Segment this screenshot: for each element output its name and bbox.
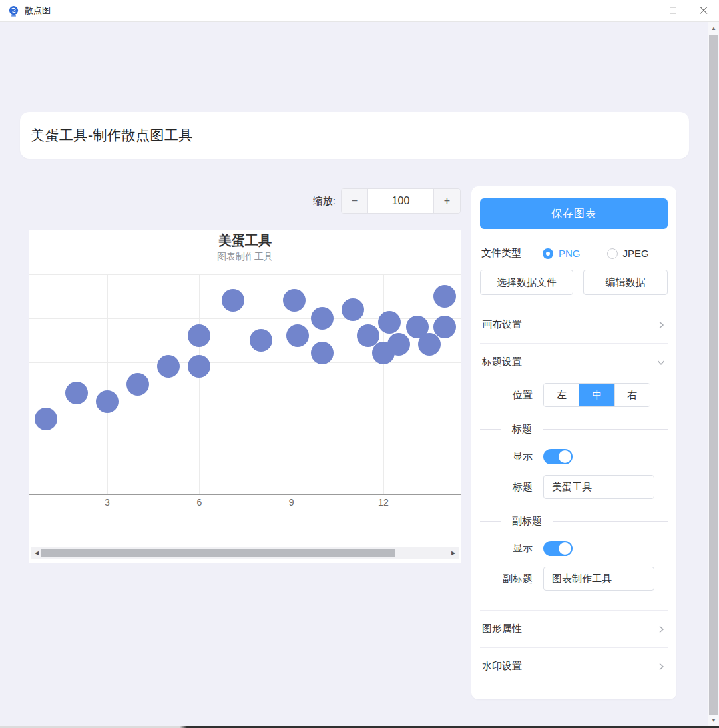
scatter-point xyxy=(250,329,272,352)
zoom-label: 缩放: xyxy=(313,195,336,208)
gridline-vertical xyxy=(107,274,108,494)
gridline-horizontal xyxy=(29,406,461,406)
scatter-point xyxy=(378,311,401,334)
gridline-horizontal xyxy=(29,450,461,450)
graphic-properties-label: 图形属性 xyxy=(482,623,522,635)
toggle-knob xyxy=(559,542,571,555)
scroll-left-icon[interactable]: ◀ xyxy=(33,547,41,559)
scroll-right-icon[interactable]: ▶ xyxy=(449,547,457,559)
zoom-in-button[interactable]: + xyxy=(433,189,460,213)
scatter-point xyxy=(35,408,57,430)
radio-jpeg[interactable]: JPEG xyxy=(607,248,649,259)
scroll-up-icon[interactable]: ▲ xyxy=(708,23,719,33)
settings-panel: 保存图表 文件类型 PNG JPEG 选择数据文件 编辑数据 画布设置 标题设置… xyxy=(471,186,676,699)
title-settings-label: 标题设置 xyxy=(482,356,522,368)
scatter-point xyxy=(222,289,244,312)
radio-unselected-icon xyxy=(607,248,618,259)
title-show-toggle[interactable] xyxy=(543,449,573,464)
scatter-point xyxy=(387,333,410,356)
x-axis-tick-label: 12 xyxy=(370,497,397,508)
gridline-horizontal xyxy=(29,362,461,363)
x-axis-tick-label: 9 xyxy=(278,497,305,508)
radio-selected-icon xyxy=(543,248,553,259)
subtitle-input[interactable] xyxy=(543,567,654,591)
scatter-point xyxy=(311,307,334,330)
scatter-point xyxy=(418,333,441,356)
horizontal-scroll-thumb[interactable] xyxy=(41,549,395,557)
x-axis-tick-label: 6 xyxy=(186,497,212,508)
scatter-point xyxy=(96,390,119,413)
file-type-label: 文件类型 xyxy=(481,247,521,260)
scatter-point xyxy=(342,298,364,321)
window-title: 散点图 xyxy=(25,5,51,17)
scatter-point xyxy=(433,285,456,308)
gridline-horizontal xyxy=(29,274,461,275)
scatter-point xyxy=(188,324,210,347)
scroll-down-icon[interactable]: ▼ xyxy=(708,715,719,725)
page-title: 美蛋工具-制作散点图工具 xyxy=(31,126,193,145)
chevron-right-icon xyxy=(656,662,666,671)
canvas-settings-label: 画布设置 xyxy=(482,318,522,331)
chevron-right-icon xyxy=(656,320,666,330)
maximize-button[interactable] xyxy=(658,0,688,21)
window-titlebar: 散点图 xyxy=(0,0,719,22)
section-graphic-properties[interactable]: 图形属性 xyxy=(480,610,668,647)
save-chart-button[interactable]: 保存图表 xyxy=(480,198,668,229)
watermark-settings-label: 水印设置 xyxy=(482,660,522,673)
subtitle-field-label: 副标题 xyxy=(480,573,543,585)
radio-jpeg-label: JPEG xyxy=(623,248,649,259)
scatter-point xyxy=(283,289,306,312)
page-title-card: 美蛋工具-制作散点图工具 xyxy=(20,112,689,159)
toggle-knob xyxy=(559,450,571,463)
scatter-plot-area: 36912 xyxy=(29,230,461,563)
page-vertical-scrollbar[interactable]: ▲ ▼ xyxy=(708,22,719,726)
scatter-point xyxy=(188,355,210,378)
radio-png-label: PNG xyxy=(559,248,581,259)
choose-data-file-button[interactable]: 选择数据文件 xyxy=(480,270,573,295)
app-logo-icon xyxy=(8,5,19,17)
zoom-value-input[interactable] xyxy=(368,189,433,213)
subtitle-show-label: 显示 xyxy=(480,542,543,555)
title-show-label: 显示 xyxy=(480,450,543,463)
position-right-button[interactable]: 右 xyxy=(614,384,650,406)
chevron-right-icon xyxy=(656,625,666,634)
section-canvas-settings[interactable]: 画布设置 xyxy=(480,306,668,343)
x-axis-line xyxy=(29,494,461,495)
minimize-icon xyxy=(639,11,646,11)
zoom-out-button[interactable]: − xyxy=(342,189,368,213)
subtitle-show-toggle[interactable] xyxy=(543,541,573,556)
edit-data-button[interactable]: 编辑数据 xyxy=(583,270,668,295)
scatter-point xyxy=(126,373,149,396)
title-input[interactable] xyxy=(543,475,654,499)
close-button[interactable] xyxy=(688,0,719,21)
gridline-vertical xyxy=(199,274,200,494)
scatter-point xyxy=(286,324,309,347)
section-title-settings[interactable]: 标题设置 xyxy=(480,343,668,380)
chart-canvas: 美蛋工具 图表制作工具 36912 ◀ ▶ xyxy=(29,230,461,563)
scatter-point xyxy=(157,355,180,378)
title-legend: 标题 xyxy=(480,423,668,436)
minimize-button[interactable] xyxy=(627,0,658,21)
close-icon xyxy=(700,7,708,15)
scatter-point xyxy=(311,342,334,364)
section-watermark-settings[interactable]: 水印设置 xyxy=(480,647,668,685)
zoom-control: 缩放: − + xyxy=(293,188,461,214)
file-type-row: 文件类型 PNG JPEG xyxy=(480,247,668,260)
maximize-icon xyxy=(670,7,676,14)
title-field-label: 标题 xyxy=(480,481,543,494)
subtitle-legend: 副标题 xyxy=(480,515,668,528)
gridline-vertical xyxy=(383,274,384,494)
position-label: 位置 xyxy=(480,389,543,402)
chart-horizontal-scrollbar[interactable]: ◀ ▶ xyxy=(31,547,459,559)
position-center-button[interactable]: 中 xyxy=(579,384,614,406)
position-segmented-control: 左 中 右 xyxy=(543,383,650,407)
scatter-point xyxy=(433,316,456,338)
x-axis-tick-label: 3 xyxy=(94,497,120,508)
radio-png[interactable]: PNG xyxy=(543,248,581,259)
chevron-down-icon xyxy=(656,358,666,367)
scatter-point xyxy=(65,382,88,404)
position-left-button[interactable]: 左 xyxy=(544,384,579,406)
vertical-scroll-thumb[interactable] xyxy=(709,35,718,715)
